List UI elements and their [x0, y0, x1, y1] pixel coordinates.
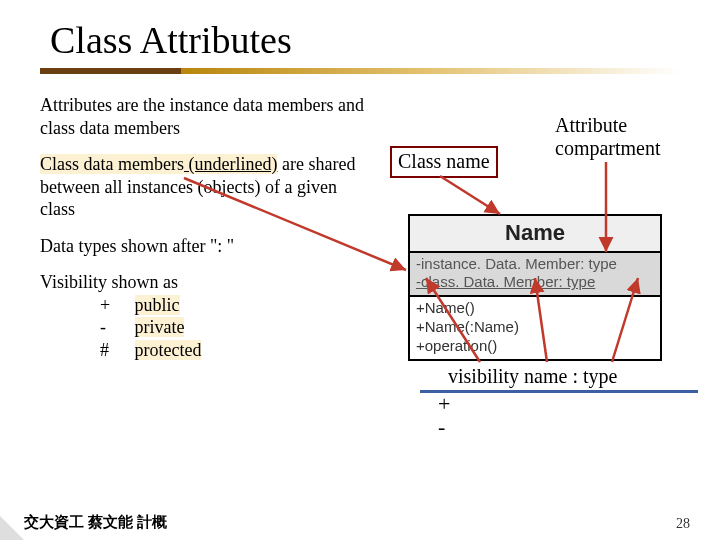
- paragraph-attributes-def: Attributes are the instance data members…: [40, 94, 370, 139]
- blue-underline: [420, 390, 698, 393]
- visibility-block: Visibility shown as + public - private #…: [40, 271, 370, 361]
- vis-row-private: - private: [100, 316, 370, 339]
- label-visibility-name-type: visibility name : type: [448, 364, 617, 389]
- uml-op-row: +Name(): [416, 299, 654, 318]
- uml-class-box: Name -instance. Data. Member: type -clas…: [408, 214, 662, 361]
- uml-op-row: +Name(:Name): [416, 318, 654, 337]
- vis-word: private: [135, 317, 185, 337]
- svg-line-0: [440, 176, 500, 214]
- vis-row-public: + public: [100, 294, 370, 317]
- highlight-class-data-members: Class data members: [40, 154, 184, 174]
- uml-op-row: +operation(): [416, 337, 654, 356]
- minus-icon: -: [438, 415, 450, 438]
- label-attribute-compartment: Attribute compartment: [555, 114, 661, 160]
- vis-sym: -: [100, 316, 130, 339]
- highlight-underlined: (underlined): [184, 154, 277, 174]
- page-curl-icon: [0, 516, 24, 540]
- vis-word: public: [135, 295, 180, 315]
- visibility-heading: Visibility shown as: [40, 271, 370, 294]
- uml-operations-compartment: +Name() +Name(:Name) +operation(): [410, 297, 660, 359]
- paragraph-data-types: Data types shown after ": ": [40, 235, 370, 258]
- vis-row-protected: # protected: [100, 339, 370, 362]
- slide-title: Class Attributes: [0, 0, 720, 66]
- vis-sym: #: [100, 339, 130, 362]
- vis-word: protected: [135, 340, 202, 360]
- uml-attr-row-class: -class. Data. Member: type: [416, 273, 654, 292]
- plus-icon: +: [438, 392, 450, 415]
- vis-sym: +: [100, 294, 130, 317]
- uml-attributes-compartment: -instance. Data. Member: type -class. Da…: [410, 253, 660, 298]
- uml-class-name: Name: [410, 216, 660, 253]
- label-class-name: Class name: [390, 146, 498, 178]
- uml-attr-row: -instance. Data. Member: type: [416, 255, 654, 274]
- label-line: Attribute: [555, 114, 627, 136]
- plus-minus-symbols: + -: [438, 392, 450, 438]
- page-number: 28: [676, 516, 690, 532]
- footer-author: 交大資工 蔡文能 計概: [24, 513, 167, 532]
- paragraph-class-data-members: Class data members (underlined) are shar…: [40, 153, 370, 221]
- label-line: compartment: [555, 137, 661, 159]
